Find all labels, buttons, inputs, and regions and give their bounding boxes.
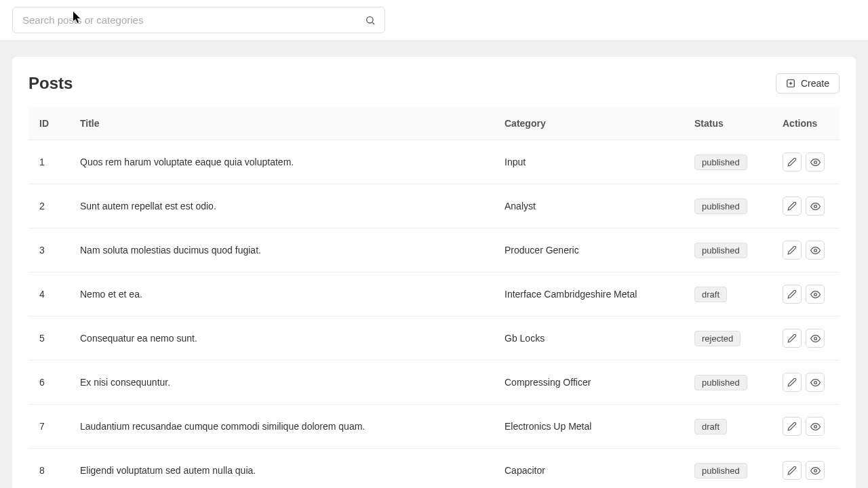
cell-status: rejected	[684, 317, 772, 361]
view-button[interactable]	[806, 373, 825, 392]
search-icon[interactable]	[365, 15, 376, 26]
view-button[interactable]	[806, 461, 825, 480]
view-button[interactable]	[806, 152, 825, 171]
posts-table: ID Title Category Status Actions 1Quos r…	[28, 107, 840, 488]
th-category[interactable]: Category	[494, 107, 684, 140]
table-row: 7Laudantium recusandae cumque commodi si…	[28, 405, 840, 449]
cell-category: Input	[494, 140, 684, 184]
cell-category: Compressing Officer	[494, 361, 684, 405]
status-badge: published	[694, 375, 747, 390]
edit-icon	[787, 201, 797, 211]
status-badge: published	[694, 155, 747, 170]
svg-point-9	[814, 337, 816, 340]
header-bar	[0, 0, 868, 41]
cell-id: 6	[28, 361, 69, 405]
cell-actions	[772, 405, 840, 449]
search-wrap	[12, 7, 385, 33]
cell-id: 4	[28, 272, 69, 317]
edit-button[interactable]	[783, 285, 802, 304]
th-actions: Actions	[772, 107, 840, 140]
edit-icon	[787, 378, 797, 387]
cell-title: Consequatur ea nemo sunt.	[69, 317, 494, 361]
view-button[interactable]	[806, 197, 825, 216]
cell-actions	[772, 361, 840, 405]
edit-icon	[787, 245, 797, 255]
cell-title: Ex nisi consequuntur.	[69, 361, 494, 405]
edit-button[interactable]	[783, 461, 802, 480]
cell-status: published	[684, 361, 772, 405]
cell-title: Laudantium recusandae cumque commodi sim…	[69, 405, 494, 449]
eye-icon	[810, 333, 821, 344]
cell-id: 2	[28, 184, 69, 228]
cell-actions	[772, 228, 840, 272]
cell-category: Electronics Up Metal	[494, 405, 684, 449]
table-row: 1Quos rem harum voluptate eaque quia vol…	[28, 140, 840, 184]
cell-status: draft	[684, 405, 772, 449]
table-row: 4Nemo et et ea.Interface Cambridgeshire …	[28, 272, 840, 317]
edit-button[interactable]	[783, 417, 802, 436]
cell-actions	[772, 317, 840, 361]
card-header: Posts Create	[28, 73, 840, 94]
eye-icon	[810, 422, 821, 432]
cell-actions	[772, 449, 840, 489]
eye-icon	[810, 289, 821, 300]
edit-icon	[787, 422, 797, 431]
edit-button[interactable]	[783, 241, 802, 260]
table-row: 2Sunt autem repellat est est odio.Analys…	[28, 184, 840, 228]
cell-title: Sunt autem repellat est est odio.	[69, 184, 494, 228]
table-row: 8Eligendi voluptatum sed autem nulla qui…	[28, 449, 840, 489]
status-badge: published	[694, 199, 747, 214]
cell-title: Eligendi voluptatum sed autem nulla quia…	[69, 449, 494, 489]
content-area: Posts Create ID Title Category Status Ac…	[0, 41, 868, 488]
svg-point-10	[814, 381, 816, 384]
edit-button[interactable]	[783, 373, 802, 392]
table-row: 6Ex nisi consequuntur.Compressing Office…	[28, 361, 840, 405]
create-button[interactable]: Create	[776, 73, 840, 94]
page-title: Posts	[28, 74, 73, 93]
view-button[interactable]	[806, 285, 825, 304]
cell-id: 8	[28, 449, 69, 489]
eye-icon	[810, 378, 821, 388]
cell-actions	[772, 140, 840, 184]
status-badge: draft	[694, 287, 727, 302]
eye-icon	[810, 157, 821, 167]
edit-button[interactable]	[783, 329, 802, 348]
cell-actions	[772, 184, 840, 228]
cell-title: Quos rem harum voluptate eaque quia volu…	[69, 140, 494, 184]
edit-icon	[787, 157, 797, 167]
posts-card: Posts Create ID Title Category Status Ac…	[12, 57, 856, 488]
cell-status: draft	[684, 272, 772, 317]
svg-point-6	[814, 205, 816, 207]
edit-icon	[787, 333, 797, 343]
th-title[interactable]: Title	[69, 107, 494, 140]
eye-icon	[810, 201, 821, 211]
cell-id: 3	[28, 228, 69, 272]
edit-icon	[787, 466, 797, 475]
status-badge: published	[694, 243, 747, 258]
view-button[interactable]	[806, 241, 825, 260]
edit-icon	[787, 289, 797, 299]
view-button[interactable]	[806, 417, 825, 436]
cell-title: Nemo et et ea.	[69, 272, 494, 317]
cell-status: published	[684, 228, 772, 272]
th-status[interactable]: Status	[684, 107, 772, 140]
cell-status: published	[684, 184, 772, 228]
cell-category: Gb Locks	[494, 317, 684, 361]
cell-category: Capacitor	[494, 449, 684, 489]
th-id[interactable]: ID	[28, 107, 69, 140]
search-input[interactable]	[12, 7, 385, 33]
status-badge: draft	[694, 419, 727, 434]
table-header-row: ID Title Category Status Actions	[28, 107, 840, 140]
cell-actions	[772, 272, 840, 317]
edit-button[interactable]	[783, 197, 802, 216]
table-row: 3Nam soluta molestias ducimus quod fugia…	[28, 228, 840, 272]
svg-point-7	[814, 249, 816, 251]
status-badge: rejected	[694, 331, 741, 346]
cell-category: Interface Cambridgeshire Metal	[494, 272, 684, 317]
svg-point-5	[814, 161, 816, 163]
edit-button[interactable]	[783, 152, 802, 171]
eye-icon	[810, 245, 821, 256]
table-row: 5Consequatur ea nemo sunt.Gb Locksreject…	[28, 317, 840, 361]
view-button[interactable]	[806, 329, 825, 348]
eye-icon	[810, 466, 821, 476]
